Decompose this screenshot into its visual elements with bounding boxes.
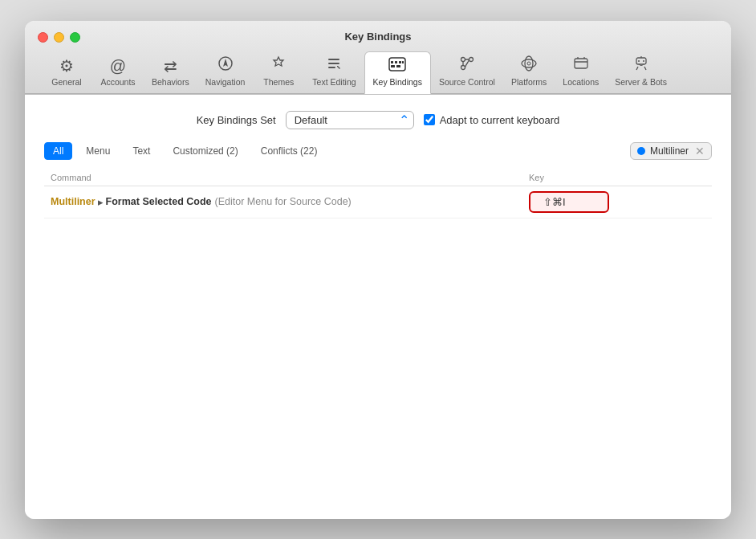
text-editing-icon bbox=[326, 55, 342, 74]
toolbar-item-text-editing[interactable]: Text Editing bbox=[304, 51, 364, 93]
svg-point-16 bbox=[525, 56, 533, 71]
search-tag-text: Multiliner bbox=[650, 145, 689, 157]
toolbar-item-behaviors[interactable]: ⇄ Behaviors bbox=[144, 53, 197, 93]
toolbar-item-platforms[interactable]: Platforms bbox=[503, 51, 555, 93]
locations-icon bbox=[573, 55, 589, 74]
source-control-icon bbox=[459, 55, 475, 74]
window-title: Key Bindings bbox=[344, 31, 411, 43]
toolbar-item-locations[interactable]: Locations bbox=[555, 51, 607, 93]
svg-point-15 bbox=[522, 59, 536, 67]
toolbar-item-server-bots[interactable]: Server & Bots bbox=[607, 51, 675, 93]
toolbar-item-source-control[interactable]: Source Control bbox=[431, 51, 503, 93]
content-area: Key Bindings Set Default Custom ⌃ Adapt … bbox=[25, 94, 731, 519]
svg-point-20 bbox=[638, 60, 640, 62]
adapt-checkbox-row: Adapt to current keyboard bbox=[424, 114, 560, 126]
toolbar: ⚙ General @ Accounts ⇄ Behaviors bbox=[38, 51, 718, 93]
column-header-command: Command bbox=[51, 173, 529, 182]
key-bindings-icon bbox=[388, 57, 406, 74]
platforms-icon bbox=[521, 55, 537, 74]
svg-rect-7 bbox=[395, 61, 397, 63]
keybindings-set-label: Key Bindings Set bbox=[197, 114, 276, 126]
svg-rect-9 bbox=[391, 65, 395, 67]
svg-rect-19 bbox=[636, 58, 646, 64]
toolbar-item-navigation[interactable]: Navigation bbox=[197, 51, 254, 93]
main-window: Key Bindings ⚙ General @ Accounts ⇄ Beha… bbox=[25, 21, 731, 519]
svg-rect-5 bbox=[389, 58, 405, 71]
keybindings-select-wrapper: Default Custom ⌃ bbox=[286, 111, 414, 129]
keybindings-set-select[interactable]: Default Custom bbox=[286, 111, 414, 129]
svg-marker-1 bbox=[223, 59, 228, 67]
key-cell: ⇧⌘I bbox=[529, 191, 705, 213]
minimize-button[interactable] bbox=[54, 32, 64, 43]
traffic-lights bbox=[38, 32, 80, 43]
titlebar: Key Bindings ⚙ General @ Accounts ⇄ Beha… bbox=[25, 21, 731, 94]
svg-rect-2 bbox=[328, 59, 339, 60]
svg-point-17 bbox=[527, 62, 530, 65]
svg-rect-4 bbox=[328, 67, 335, 68]
filter-tab-text[interactable]: Text bbox=[124, 142, 159, 160]
key-binding-box[interactable]: ⇧⌘I bbox=[529, 191, 609, 213]
command-cell: Multiliner ▸ Format Selected Code (Edito… bbox=[51, 196, 529, 208]
adapt-checkbox[interactable] bbox=[424, 114, 435, 125]
filter-tab-conflicts[interactable]: Conflicts (22) bbox=[252, 142, 327, 160]
command-source[interactable]: Multiliner bbox=[51, 196, 96, 207]
column-header-key: Key bbox=[529, 173, 705, 182]
svg-rect-18 bbox=[575, 59, 587, 68]
filter-tab-all[interactable]: All bbox=[44, 142, 72, 160]
navigation-icon bbox=[217, 55, 234, 74]
svg-point-14 bbox=[461, 65, 465, 69]
behaviors-icon: ⇄ bbox=[164, 58, 177, 74]
search-tag-clear-button[interactable]: ✕ bbox=[695, 145, 705, 157]
filter-tab-customized[interactable]: Customized (2) bbox=[164, 142, 246, 160]
svg-rect-3 bbox=[328, 63, 339, 64]
command-location: (Editor Menu for Source Code) bbox=[215, 196, 352, 207]
toolbar-item-key-bindings[interactable]: Key Bindings bbox=[364, 51, 431, 94]
search-tag-dot bbox=[637, 147, 645, 155]
svg-rect-6 bbox=[391, 61, 393, 63]
command-name: Format Selected Code bbox=[106, 196, 212, 207]
accounts-icon: @ bbox=[110, 58, 126, 74]
server-bots-icon bbox=[633, 55, 649, 74]
close-button[interactable] bbox=[38, 32, 48, 43]
svg-point-13 bbox=[469, 57, 473, 61]
toolbar-item-themes[interactable]: Themes bbox=[253, 51, 304, 93]
table-row: Multiliner ▸ Format Selected Code (Edito… bbox=[44, 186, 712, 218]
adapt-label: Adapt to current keyboard bbox=[440, 114, 560, 126]
toolbar-item-accounts[interactable]: @ Accounts bbox=[92, 53, 144, 93]
filter-row: All Menu Text Customized (2) Conflicts (… bbox=[44, 142, 712, 160]
toolbar-item-general[interactable]: ⚙ General bbox=[41, 53, 92, 93]
key-binding-value: ⇧⌘I bbox=[543, 196, 566, 208]
svg-rect-10 bbox=[396, 65, 400, 67]
svg-rect-8 bbox=[399, 61, 401, 63]
maximize-button[interactable] bbox=[70, 32, 80, 43]
command-arrow-icon: ▸ bbox=[98, 196, 104, 208]
svg-rect-11 bbox=[402, 61, 404, 63]
svg-point-21 bbox=[643, 60, 644, 62]
svg-point-12 bbox=[461, 57, 465, 61]
gear-icon: ⚙ bbox=[59, 58, 74, 74]
search-tag: Multiliner ✕ bbox=[630, 142, 712, 160]
filter-tab-menu[interactable]: Menu bbox=[77, 142, 119, 160]
table-header: Command Key bbox=[44, 169, 712, 186]
themes-icon bbox=[270, 55, 287, 74]
keybindings-set-row: Key Bindings Set Default Custom ⌃ Adapt … bbox=[44, 111, 712, 129]
